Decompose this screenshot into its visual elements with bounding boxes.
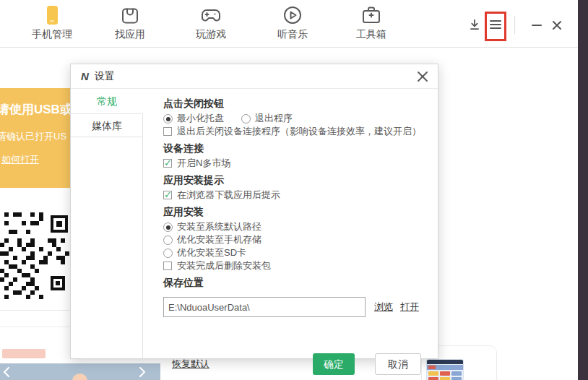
- checkbox-delete-package-label: 安装完成后删除安装包: [177, 259, 271, 272]
- dialog-title: 设置: [95, 70, 115, 83]
- divider-line: [0, 327, 70, 327]
- radio-install-phone-storage[interactable]: [163, 236, 173, 245]
- section-install-tip: 应用安装提示: [163, 174, 438, 186]
- browse-link[interactable]: 浏览: [374, 301, 393, 314]
- radio-install-default-path-label: 安装至系统默认路径: [177, 220, 261, 233]
- preview-pink-bar: [2, 349, 46, 358]
- checkbox-browser-download-tip-label: 在浏览器下载应用后提示: [177, 189, 280, 202]
- tablet-header: [427, 360, 463, 364]
- radio-install-sd-card-label: 优化安装至SD卡: [177, 246, 246, 259]
- highlight-red-box: [485, 12, 506, 41]
- tab-general[interactable]: 常规: [71, 89, 143, 113]
- radio-exit-program[interactable]: [241, 114, 251, 124]
- radio-minimize-tray-label: 最小化托盘: [177, 112, 224, 125]
- nduoa-logo: N: [81, 70, 89, 82]
- nav-label: 找应用: [115, 28, 145, 41]
- delete-package-row: 安装完成后删除安装包: [163, 259, 438, 272]
- find-apps-icon: [119, 4, 141, 26]
- install-tip-row: 在浏览器下载应用后提示: [163, 189, 438, 202]
- how-to-open-link[interactable]: 如何打开: [1, 153, 39, 166]
- radio-minimize-tray[interactable]: [163, 114, 173, 124]
- carousel-left-arrow[interactable]: [3, 367, 10, 377]
- tablet-screenshot: [426, 359, 464, 380]
- play-games-icon: [200, 4, 222, 26]
- window-edge-strip: [578, 0, 588, 380]
- settings-content: 点击关闭按钮 最小化托盘 退出程序 退出后关闭设备连接程序（影响设备连接效率，建…: [143, 89, 438, 358]
- radio-install-phone-storage-label: 优化安装至手机存储: [177, 233, 261, 246]
- section-app-install: 应用安装: [163, 206, 438, 217]
- checkbox-close-device-conn-label: 退出后关闭设备连接程序（影响设备连接效率，建议开启）: [177, 125, 421, 138]
- banner-subtitle: 请确认已打开US: [0, 130, 66, 143]
- tab-media-library[interactable]: 媒体库: [71, 113, 143, 137]
- nav-listen-music[interactable]: 听音乐: [262, 4, 323, 41]
- minimize-button[interactable]: [529, 18, 544, 33]
- dialog-close-icon[interactable]: [416, 70, 429, 83]
- checkbox-delete-package[interactable]: [163, 262, 172, 270]
- section-device-connect: 设备连接: [163, 142, 438, 154]
- toolbox-icon: [360, 4, 382, 26]
- listen-music-icon: [282, 4, 303, 26]
- checkbox-close-device-conn[interactable]: [163, 127, 172, 136]
- ok-button[interactable]: 确定: [313, 353, 355, 375]
- banner-title: 请使用USB或: [0, 101, 70, 118]
- save-path-input[interactable]: [163, 297, 366, 317]
- settings-dialog: N 设置 常规 媒体库 点击关闭按钮 最小化托盘 退出程序: [70, 64, 438, 359]
- install-default-row: 安装至系统默认路径: [163, 220, 438, 233]
- nav-label: 手机管理: [32, 28, 72, 41]
- tablet-app-grid: [427, 370, 463, 380]
- radio-install-sd-card[interactable]: [163, 249, 173, 258]
- close-window-button[interactable]: [550, 18, 564, 33]
- usb-connect-banner: 请使用USB或 请确认已打开US 如何打开: [0, 88, 70, 188]
- carousel-right-arrow[interactable]: [139, 367, 146, 377]
- checkbox-enable-nduo-market[interactable]: [163, 159, 172, 168]
- close-action-options: 最小化托盘 退出程序: [163, 112, 438, 125]
- qr-code-image: [0, 212, 69, 299]
- phone-preview-carousel: [0, 363, 160, 380]
- dialog-titlebar: N 设置: [71, 64, 438, 89]
- section-close-action: 点击关闭按钮: [163, 98, 438, 109]
- restore-defaults-link[interactable]: 恢复默认: [172, 358, 209, 371]
- save-path-row: 浏览 打开: [163, 297, 438, 317]
- nav-label: 听音乐: [277, 28, 308, 41]
- app-window: 手机管理 找应用 玩游戏 听音乐 工具箱: [0, 0, 588, 380]
- nav-label: 玩游戏: [196, 28, 226, 41]
- phone-manage-icon: [41, 4, 63, 26]
- nav-label: 工具箱: [356, 28, 386, 41]
- dialog-body: 常规 媒体库 点击关闭按钮 最小化托盘 退出程序 退出后关闭设备连接程序（影响设…: [71, 89, 438, 358]
- nav-play-games[interactable]: 玩游戏: [181, 4, 241, 41]
- nav-find-apps[interactable]: 找应用: [100, 4, 160, 41]
- download-manager-icon[interactable]: [467, 17, 483, 33]
- settings-tabs: 常规 媒体库: [71, 89, 143, 358]
- main-toolbar: 手机管理 找应用 玩游戏 听音乐 工具箱: [0, 0, 578, 48]
- cancel-button[interactable]: 取消: [375, 353, 421, 375]
- tablet-banner-row: [427, 365, 463, 370]
- checkbox-browser-download-tip[interactable]: [163, 191, 172, 199]
- nav-toolbox[interactable]: 工具箱: [341, 4, 402, 41]
- hamburger-menu-icon[interactable]: [489, 18, 502, 34]
- install-phone-row: 优化安装至手机存储: [163, 233, 438, 246]
- nav-phone-manage[interactable]: 手机管理: [22, 4, 82, 41]
- preview-circle: [72, 373, 87, 380]
- checkbox-enable-nduo-market-label: 开启N多市场: [177, 157, 230, 170]
- toolbar-divider: [514, 16, 515, 34]
- open-link[interactable]: 打开: [400, 301, 419, 314]
- radio-install-default-path[interactable]: [163, 223, 173, 232]
- section-save-location: 保存位置: [163, 277, 438, 288]
- install-sd-row: 优化安装至SD卡: [163, 246, 438, 259]
- radio-exit-program-label: 退出程序: [255, 112, 293, 125]
- qr-card: [0, 188, 70, 311]
- device-connect-row: 开启N多市场: [163, 157, 438, 170]
- close-conn-row: 退出后关闭设备连接程序（影响设备连接效率，建议开启）: [163, 125, 438, 138]
